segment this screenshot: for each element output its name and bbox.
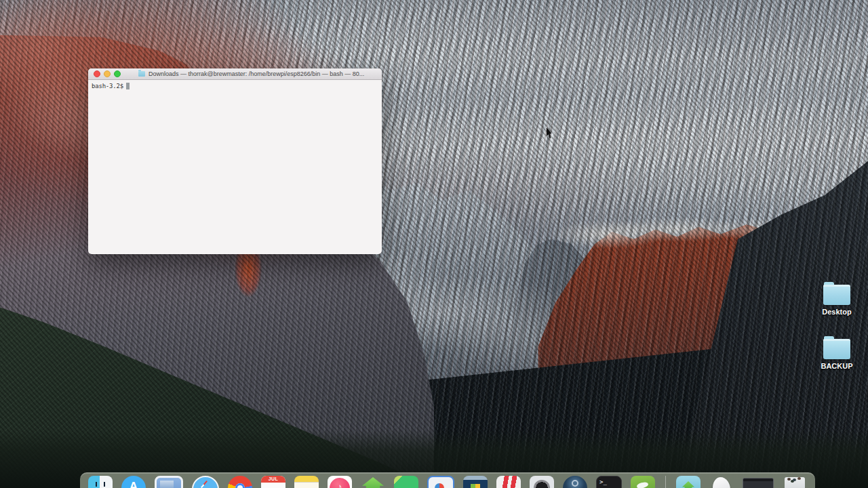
dock-icon-chrome[interactable] bbox=[228, 476, 252, 488]
home-icon bbox=[682, 481, 694, 488]
folder-icon[interactable] bbox=[823, 285, 850, 305]
document-icon bbox=[713, 477, 730, 488]
folder-label: Desktop bbox=[813, 308, 861, 316]
dock-icon-safari[interactable] bbox=[192, 476, 219, 488]
dock-minimized-window[interactable] bbox=[743, 478, 774, 488]
dock-icon-home-app[interactable] bbox=[361, 476, 385, 488]
proxy-folder-icon[interactable] bbox=[138, 71, 145, 77]
dock-icon-green-app[interactable]: PO bbox=[394, 476, 418, 488]
folder-icon[interactable] bbox=[823, 339, 850, 359]
dock-icon-calendar[interactable]: JUL bbox=[261, 476, 285, 488]
dock-icon-green-field-app[interactable] bbox=[631, 476, 655, 488]
dock-icon-itunes[interactable]: ♪ bbox=[328, 476, 352, 488]
music-note-icon: ♪ bbox=[328, 481, 352, 488]
dock-icon-app-store[interactable]: A bbox=[121, 476, 146, 488]
desktop-folder-desktop[interactable]: Desktop bbox=[813, 285, 861, 316]
dock-icon-terminal[interactable]: >_ bbox=[596, 476, 622, 488]
dock-icon-dark-emblem-app[interactable] bbox=[530, 476, 554, 488]
dock-icon-notes[interactable] bbox=[294, 476, 319, 488]
vm-logo-icon bbox=[435, 483, 444, 488]
dock-icon-finder[interactable] bbox=[88, 476, 113, 488]
dock-icon-vm-window[interactable] bbox=[427, 476, 454, 488]
app-store-letter: A bbox=[121, 480, 146, 488]
zoom-button[interactable] bbox=[114, 70, 121, 77]
window-title: Downloads — thorrak@brewmaster: /home/br… bbox=[149, 70, 364, 77]
dock-icon-windows-vm[interactable] bbox=[463, 476, 488, 488]
window-controls bbox=[94, 70, 121, 77]
minimize-button[interactable] bbox=[104, 70, 111, 77]
terminal-titlebar[interactable]: Downloads — thorrak@brewmaster: /home/br… bbox=[88, 68, 382, 80]
dock-icon-steam[interactable] bbox=[563, 476, 587, 488]
desktop-folder-backup[interactable]: BACKUP bbox=[813, 339, 861, 370]
dock-icon-mail[interactable] bbox=[155, 476, 183, 488]
dock-divider bbox=[665, 476, 666, 488]
windows-logo-icon bbox=[471, 484, 480, 488]
dock-stack-home[interactable] bbox=[676, 476, 701, 488]
dock-stack-documents[interactable] bbox=[709, 476, 734, 488]
calendar-month-label: JUL bbox=[261, 476, 285, 481]
close-button[interactable] bbox=[94, 70, 100, 77]
dock-icon-parallels[interactable] bbox=[496, 476, 521, 488]
home-icon bbox=[362, 477, 384, 488]
shell-prompt: bash-3.2$ bbox=[92, 83, 123, 89]
dock-icon-trash[interactable] bbox=[785, 477, 805, 488]
folder-label: BACKUP bbox=[813, 362, 861, 370]
terminal-content[interactable]: bash-3.2$ bbox=[88, 80, 382, 92]
terminal-prompt-icon: >_ bbox=[599, 479, 607, 485]
terminal-cursor bbox=[126, 83, 130, 89]
desktop[interactable]: Downloads — thorrak@brewmaster: /home/br… bbox=[0, 0, 868, 488]
dock: A JUL ♪ PO >_ bbox=[80, 472, 815, 488]
terminal-window[interactable]: Downloads — thorrak@brewmaster: /home/br… bbox=[88, 68, 382, 254]
